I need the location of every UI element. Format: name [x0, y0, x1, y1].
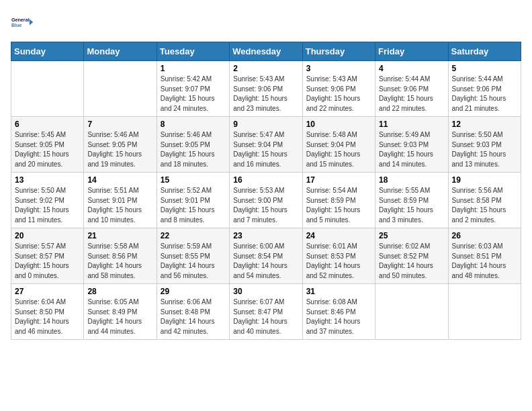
calendar-cell: 23Sunrise: 6:00 AMSunset: 8:54 PMDayligh…	[230, 228, 302, 284]
day-number: 25	[379, 231, 444, 240]
day-info: Sunrise: 6:01 AMSunset: 8:53 PMDaylight:…	[306, 242, 371, 281]
day-info: Sunrise: 5:45 AMSunset: 9:05 PMDaylight:…	[15, 130, 80, 169]
calendar-cell: 28Sunrise: 6:05 AMSunset: 8:49 PMDayligh…	[84, 284, 157, 340]
day-number: 5	[452, 64, 517, 73]
day-number: 29	[161, 287, 226, 296]
day-info: Sunrise: 5:44 AMSunset: 9:06 PMDaylight:…	[379, 75, 444, 113]
weekday-header-friday: Friday	[375, 42, 448, 61]
day-info: Sunrise: 5:47 AMSunset: 9:04 PMDaylight:…	[233, 130, 298, 169]
day-number: 15	[161, 175, 226, 185]
day-info: Sunrise: 6:03 AMSunset: 8:51 PMDaylight:…	[452, 242, 517, 281]
day-info: Sunrise: 5:53 AMSunset: 9:00 PMDaylight:…	[233, 186, 298, 225]
calendar-cell: 29Sunrise: 6:06 AMSunset: 8:48 PMDayligh…	[157, 284, 229, 340]
day-number: 17	[306, 175, 371, 185]
day-info: Sunrise: 5:59 AMSunset: 8:55 PMDaylight:…	[161, 242, 226, 281]
calendar-cell: 20Sunrise: 5:57 AMSunset: 8:57 PMDayligh…	[11, 228, 84, 284]
day-info: Sunrise: 5:57 AMSunset: 8:57 PMDaylight:…	[15, 242, 80, 281]
day-info: Sunrise: 5:43 AMSunset: 9:06 PMDaylight:…	[233, 75, 298, 113]
day-number: 16	[233, 175, 298, 185]
day-number: 21	[87, 231, 152, 240]
day-info: Sunrise: 5:52 AMSunset: 9:01 PMDaylight:…	[161, 186, 226, 225]
calendar-cell: 21Sunrise: 5:58 AMSunset: 8:56 PMDayligh…	[84, 228, 157, 284]
day-number: 11	[379, 120, 444, 129]
calendar-cell: 8Sunrise: 5:46 AMSunset: 9:05 PMDaylight…	[157, 117, 229, 173]
calendar-cell: 2Sunrise: 5:43 AMSunset: 9:06 PMDaylight…	[230, 61, 302, 117]
day-info: Sunrise: 5:49 AMSunset: 9:03 PMDaylight:…	[379, 130, 444, 169]
day-number: 14	[87, 175, 152, 185]
calendar-cell: 16Sunrise: 5:53 AMSunset: 9:00 PMDayligh…	[230, 173, 302, 228]
day-info: Sunrise: 5:42 AMSunset: 9:07 PMDaylight:…	[161, 75, 226, 113]
calendar-cell: 1Sunrise: 5:42 AMSunset: 9:07 PMDaylight…	[157, 61, 229, 117]
calendar-week-4: 20Sunrise: 5:57 AMSunset: 8:57 PMDayligh…	[11, 228, 521, 284]
calendar-cell: 9Sunrise: 5:47 AMSunset: 9:04 PMDaylight…	[230, 117, 302, 173]
day-info: Sunrise: 6:05 AMSunset: 8:49 PMDaylight:…	[87, 298, 152, 336]
day-info: Sunrise: 5:46 AMSunset: 9:05 PMDaylight:…	[87, 130, 152, 169]
day-number: 23	[233, 231, 298, 240]
day-number: 10	[306, 120, 371, 129]
day-info: Sunrise: 5:50 AMSunset: 9:02 PMDaylight:…	[15, 186, 80, 225]
calendar-cell: 17Sunrise: 5:54 AMSunset: 8:59 PMDayligh…	[302, 173, 375, 228]
logo: GeneralBlue	[11, 11, 35, 35]
day-number: 8	[161, 120, 226, 129]
calendar-cell: 24Sunrise: 6:01 AMSunset: 8:53 PMDayligh…	[302, 228, 375, 284]
day-number: 24	[306, 231, 371, 240]
day-number: 22	[161, 231, 226, 240]
calendar-week-2: 6Sunrise: 5:45 AMSunset: 9:05 PMDaylight…	[11, 117, 521, 173]
calendar-cell	[11, 61, 84, 117]
logo-icon: GeneralBlue	[11, 11, 35, 35]
calendar-cell: 11Sunrise: 5:49 AMSunset: 9:03 PMDayligh…	[375, 117, 448, 173]
day-number: 7	[87, 120, 152, 129]
calendar-cell: 26Sunrise: 6:03 AMSunset: 8:51 PMDayligh…	[448, 228, 521, 284]
weekday-header-thursday: Thursday	[302, 42, 375, 61]
weekday-header-wednesday: Wednesday	[230, 42, 302, 61]
calendar-cell: 3Sunrise: 5:43 AMSunset: 9:06 PMDaylight…	[302, 61, 375, 117]
day-number: 28	[87, 287, 152, 296]
calendar-cell: 14Sunrise: 5:51 AMSunset: 9:01 PMDayligh…	[84, 173, 157, 228]
calendar-cell: 4Sunrise: 5:44 AMSunset: 9:06 PMDaylight…	[375, 61, 448, 117]
calendar-cell: 31Sunrise: 6:08 AMSunset: 8:46 PMDayligh…	[302, 284, 375, 340]
day-info: Sunrise: 6:04 AMSunset: 8:50 PMDaylight:…	[15, 298, 80, 336]
calendar-header: SundayMondayTuesdayWednesdayThursdayFrid…	[11, 42, 521, 61]
calendar-cell: 12Sunrise: 5:50 AMSunset: 9:03 PMDayligh…	[448, 117, 521, 173]
svg-text:General: General	[11, 17, 30, 23]
calendar-cell: 22Sunrise: 5:59 AMSunset: 8:55 PMDayligh…	[157, 228, 229, 284]
day-number: 1	[161, 64, 226, 73]
svg-text:Blue: Blue	[11, 22, 22, 28]
calendar-cell: 7Sunrise: 5:46 AMSunset: 9:05 PMDaylight…	[84, 117, 157, 173]
calendar-body: 1Sunrise: 5:42 AMSunset: 9:07 PMDaylight…	[11, 61, 521, 340]
day-info: Sunrise: 5:55 AMSunset: 8:59 PMDaylight:…	[379, 186, 444, 225]
weekday-header-tuesday: Tuesday	[157, 42, 229, 61]
weekday-header-saturday: Saturday	[448, 42, 521, 61]
day-info: Sunrise: 5:46 AMSunset: 9:05 PMDaylight:…	[161, 130, 226, 169]
day-number: 30	[233, 287, 298, 296]
day-info: Sunrise: 5:43 AMSunset: 9:06 PMDaylight:…	[306, 75, 371, 113]
day-info: Sunrise: 5:44 AMSunset: 9:06 PMDaylight:…	[452, 75, 517, 113]
weekday-header-monday: Monday	[84, 42, 157, 61]
calendar-cell: 5Sunrise: 5:44 AMSunset: 9:06 PMDaylight…	[448, 61, 521, 117]
day-info: Sunrise: 6:02 AMSunset: 8:52 PMDaylight:…	[379, 242, 444, 281]
day-number: 26	[452, 231, 517, 240]
day-info: Sunrise: 5:58 AMSunset: 8:56 PMDaylight:…	[87, 242, 152, 281]
day-number: 3	[306, 64, 371, 73]
day-info: Sunrise: 5:51 AMSunset: 9:01 PMDaylight:…	[87, 186, 152, 225]
svg-marker-2	[30, 19, 33, 26]
calendar-week-3: 13Sunrise: 5:50 AMSunset: 9:02 PMDayligh…	[11, 173, 521, 228]
calendar-cell: 19Sunrise: 5:56 AMSunset: 8:58 PMDayligh…	[448, 173, 521, 228]
day-number: 27	[15, 287, 80, 296]
weekday-header-sunday: Sunday	[11, 42, 84, 61]
day-number: 9	[233, 120, 298, 129]
day-number: 4	[379, 64, 444, 73]
day-number: 18	[379, 175, 444, 185]
calendar-cell: 15Sunrise: 5:52 AMSunset: 9:01 PMDayligh…	[157, 173, 229, 228]
day-info: Sunrise: 5:50 AMSunset: 9:03 PMDaylight:…	[452, 130, 517, 169]
day-number: 13	[15, 175, 80, 185]
day-info: Sunrise: 5:56 AMSunset: 8:58 PMDaylight:…	[452, 186, 517, 225]
calendar-cell: 25Sunrise: 6:02 AMSunset: 8:52 PMDayligh…	[375, 228, 448, 284]
day-number: 20	[15, 231, 80, 240]
day-number: 31	[306, 287, 371, 296]
day-number: 12	[452, 120, 517, 129]
day-number: 2	[233, 64, 298, 73]
calendar-cell: 27Sunrise: 6:04 AMSunset: 8:50 PMDayligh…	[11, 284, 84, 340]
day-info: Sunrise: 5:48 AMSunset: 9:04 PMDaylight:…	[306, 130, 371, 169]
page-header: GeneralBlue	[11, 11, 521, 35]
